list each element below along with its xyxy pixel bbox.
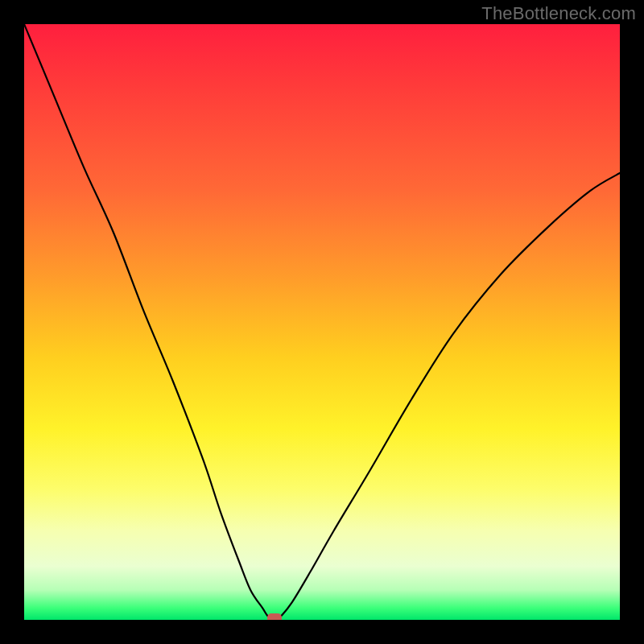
bottleneck-curve (24, 24, 620, 620)
plot-area (24, 24, 620, 620)
min-point-marker (267, 613, 282, 620)
chart-frame: TheBottleneck.com (0, 0, 644, 644)
watermark-text: TheBottleneck.com (481, 3, 636, 24)
